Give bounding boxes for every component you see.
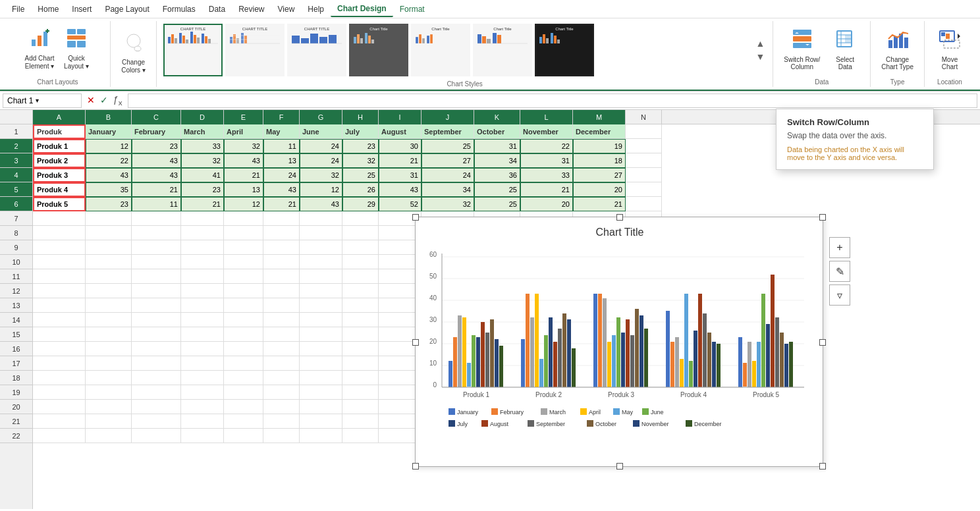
col-header-A[interactable]: A	[33, 110, 86, 124]
row-num-21[interactable]: 21	[0, 414, 32, 429]
cell-G8[interactable]	[300, 226, 342, 240]
cell-G4[interactable]: 32	[300, 168, 342, 182]
cell-A5[interactable]: Produk 4	[33, 182, 86, 197]
cell-L4[interactable]: 33	[520, 168, 573, 182]
cell-E6[interactable]: 12	[224, 197, 263, 211]
cell-G1[interactable]: June	[300, 124, 342, 139]
col-header-E[interactable]: E	[224, 110, 263, 124]
cell-D12[interactable]	[181, 284, 224, 298]
name-box[interactable]: Chart 1 ▾	[3, 94, 82, 108]
cell-C3[interactable]: 43	[132, 153, 181, 168]
cell-D5[interactable]: 23	[181, 182, 224, 197]
cell-H21[interactable]	[342, 414, 379, 429]
row-num-14[interactable]: 14	[0, 313, 32, 327]
row-num-16[interactable]: 16	[0, 342, 32, 356]
cell-D7[interactable]	[181, 211, 224, 226]
cell-E12[interactable]	[224, 284, 263, 298]
switch-row-column-button[interactable]: Switch Row/Column	[778, 24, 825, 74]
col-header-F[interactable]: F	[263, 110, 300, 124]
cell-H11[interactable]	[342, 269, 379, 284]
cell-D4[interactable]: 41	[181, 168, 224, 182]
change-chart-type-button[interactable]: ChangeChart Type	[876, 24, 919, 74]
cell-J4[interactable]: 24	[422, 168, 474, 182]
menu-file[interactable]: File	[5, 2, 31, 16]
cell-G21[interactable]	[300, 414, 342, 429]
cell-C6[interactable]: 11	[132, 197, 181, 211]
col-header-J[interactable]: J	[422, 110, 474, 124]
cell-N6[interactable]	[626, 197, 662, 211]
menu-view[interactable]: View	[271, 2, 302, 16]
cell-E11[interactable]	[224, 269, 263, 284]
menu-review[interactable]: Review	[232, 2, 271, 16]
cell-B5[interactable]: 35	[86, 182, 132, 197]
cell-I4[interactable]: 31	[379, 168, 422, 182]
menu-format[interactable]: Format	[393, 2, 431, 16]
cell-K6[interactable]: 25	[474, 197, 520, 211]
cell-B21[interactable]	[86, 414, 132, 429]
cell-C9[interactable]	[132, 240, 181, 255]
cell-D16[interactable]	[181, 342, 224, 356]
cell-H13[interactable]	[342, 298, 379, 313]
change-colors-button[interactable]: ... ChangeColors ▾	[117, 28, 150, 78]
cell-N3[interactable]	[626, 153, 662, 168]
cell-E2[interactable]: 32	[224, 139, 263, 153]
cell-F8[interactable]	[263, 226, 300, 240]
cell-C7[interactable]	[132, 211, 181, 226]
add-chart-element-button[interactable]: Add ChartElement ▾	[20, 24, 58, 74]
cell-K3[interactable]: 34	[474, 153, 520, 168]
cell-B12[interactable]	[86, 284, 132, 298]
cell-A20[interactable]	[33, 400, 86, 414]
cell-G17[interactable]	[300, 356, 342, 371]
cell-I5[interactable]: 43	[379, 182, 422, 197]
cell-L2[interactable]: 22	[520, 139, 573, 153]
cell-D10[interactable]	[181, 255, 224, 269]
cell-D17[interactable]	[181, 356, 224, 371]
menu-data[interactable]: Data	[202, 2, 232, 16]
cell-G7[interactable]	[300, 211, 342, 226]
cell-F7[interactable]	[263, 211, 300, 226]
chart-style-6[interactable]: Chart Title	[473, 24, 532, 76]
cell-L1[interactable]: November	[520, 124, 573, 139]
cell-H14[interactable]	[342, 313, 379, 327]
cell-A18[interactable]	[33, 371, 86, 385]
cell-E19[interactable]	[224, 385, 263, 400]
cell-F13[interactable]	[263, 298, 300, 313]
cell-H7[interactable]	[342, 211, 379, 226]
cell-E3[interactable]: 43	[224, 153, 263, 168]
name-box-dropdown[interactable]: ▾	[36, 97, 39, 104]
chart-style-2[interactable]: CHART TITLE	[225, 24, 285, 76]
cell-G11[interactable]	[300, 269, 342, 284]
row-num-20[interactable]: 20	[0, 400, 32, 414]
cell-F17[interactable]	[263, 356, 300, 371]
cell-F3[interactable]: 13	[263, 153, 300, 168]
cell-H19[interactable]	[342, 385, 379, 400]
row-num-10[interactable]: 10	[0, 255, 32, 269]
cell-A8[interactable]	[33, 226, 86, 240]
cell-E9[interactable]	[224, 240, 263, 255]
cell-J2[interactable]: 25	[422, 139, 474, 153]
cell-F21[interactable]	[263, 414, 300, 429]
handle-tl[interactable]	[412, 214, 419, 221]
cell-D3[interactable]: 32	[181, 153, 224, 168]
cell-E20[interactable]	[224, 400, 263, 414]
menu-chart-design[interactable]: Chart Design	[331, 1, 393, 17]
cell-F2[interactable]: 11	[263, 139, 300, 153]
cell-M5[interactable]: 20	[573, 182, 626, 197]
cell-H1[interactable]: July	[342, 124, 379, 139]
cell-F15[interactable]	[263, 327, 300, 342]
cell-A17[interactable]	[33, 356, 86, 371]
cell-E7[interactable]	[224, 211, 263, 226]
cell-B20[interactable]	[86, 400, 132, 414]
cell-B17[interactable]	[86, 356, 132, 371]
cell-I3[interactable]: 21	[379, 153, 422, 168]
cell-A3[interactable]: Produk 2	[33, 153, 86, 168]
cell-F5[interactable]: 43	[263, 182, 300, 197]
cell-B15[interactable]	[86, 327, 132, 342]
cell-J6[interactable]: 32	[422, 197, 474, 211]
cell-L3[interactable]: 31	[520, 153, 573, 168]
cell-N4[interactable]	[626, 168, 662, 182]
cell-F16[interactable]	[263, 342, 300, 356]
cell-A21[interactable]	[33, 414, 86, 429]
row-num-2[interactable]: 2	[0, 139, 32, 153]
cell-C19[interactable]	[132, 385, 181, 400]
